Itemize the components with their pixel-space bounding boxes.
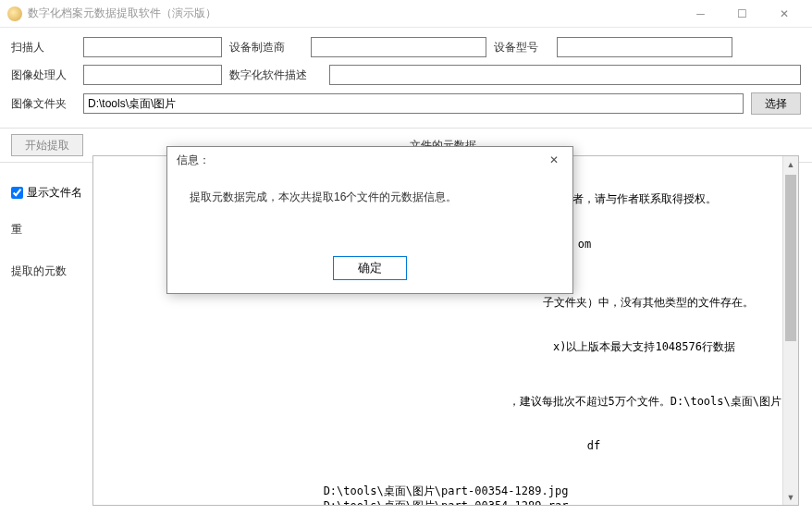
scroll-up-icon[interactable]: ▲ (783, 156, 798, 172)
close-button[interactable]: ✕ (763, 1, 805, 27)
log-line: ，建议每批次不超过5万个文件。D:\tools\桌面\图片 (101, 394, 791, 409)
folder-input[interactable] (83, 93, 744, 114)
extract-button[interactable]: 开始提取 (11, 134, 83, 156)
scrollbar[interactable]: ▲ ▼ (782, 156, 798, 505)
log-file-list: D:\tools\桌面\图片\part-00354-1289.jpgD:\too… (101, 484, 791, 506)
model-label: 设备型号 (494, 40, 549, 55)
manufacturer-label: 设备制造商 (229, 40, 303, 55)
manufacturer-input[interactable] (311, 37, 486, 57)
dialog-ok-button[interactable]: 确定 (333, 256, 407, 280)
dialog-title: 信息： (167, 147, 572, 173)
show-filename-label: 显示文件名 (27, 185, 82, 201)
window-title: 数字化档案元数据提取软件（演示版） (28, 6, 680, 21)
form-area: 扫描人 设备制造商 设备型号 图像处理人 数字化软件描述 图像文件夹 选择 (0, 28, 812, 129)
log-line: 子文件夹）中，没有其他类型的文件存在。 (101, 295, 791, 310)
scanner-label: 扫描人 (11, 40, 76, 55)
software-input[interactable] (329, 65, 801, 85)
window-controls: ─ ☐ ✕ (680, 1, 805, 27)
show-filename-input[interactable] (11, 187, 23, 199)
repeat-label: 重 (11, 222, 22, 238)
info-dialog: 信息： ✕ 提取元数据完成，本次共提取16个文件的元数据信息。 确定 (166, 146, 573, 294)
log-line: D:\tools\桌面\图片\part-00354-1289.jpg (101, 484, 791, 498)
model-input[interactable] (557, 37, 732, 57)
titlebar: 数字化档案元数据提取软件（演示版） ─ ☐ ✕ (0, 0, 812, 28)
minimize-button[interactable]: ─ (680, 1, 721, 27)
folder-label: 图像文件夹 (11, 96, 76, 112)
scroll-down-icon[interactable]: ▼ (783, 489, 798, 505)
scanner-input[interactable] (83, 37, 222, 57)
log-line: df (101, 438, 791, 453)
extracted-label: 提取的元数 (11, 264, 67, 279)
dialog-close-button[interactable]: ✕ (539, 149, 569, 171)
processor-input[interactable] (83, 65, 222, 85)
scroll-thumb[interactable] (785, 175, 796, 341)
select-folder-button[interactable]: 选择 (751, 92, 801, 115)
app-icon (7, 6, 22, 21)
log-line: D:\tools\桌面\图片\part-00354-1289.rar (101, 498, 791, 506)
maximize-button[interactable]: ☐ (721, 1, 763, 27)
log-line: x)以上版本最大支持1048576行数据 (101, 339, 791, 354)
show-filename-checkbox[interactable]: 显示文件名 (11, 185, 82, 201)
processor-label: 图像处理人 (11, 67, 76, 83)
dialog-message: 提取元数据完成，本次共提取16个文件的元数据信息。 (167, 173, 572, 222)
software-label: 数字化软件描述 (229, 67, 322, 83)
